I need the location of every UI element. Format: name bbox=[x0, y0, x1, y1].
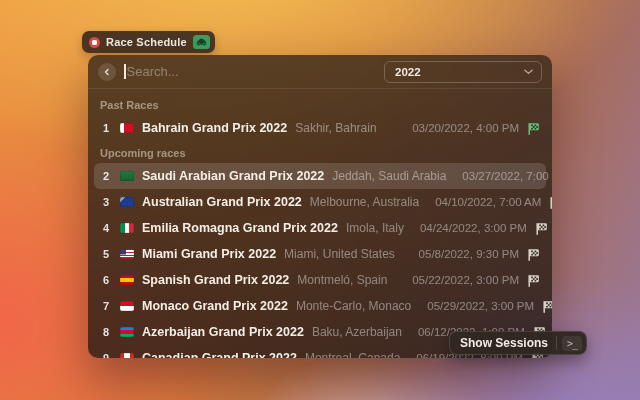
race-title: Spanish Grand Prix 2022 bbox=[142, 273, 289, 287]
back-button[interactable] bbox=[98, 63, 116, 81]
window-title-pill[interactable]: Race Schedule bbox=[82, 31, 215, 53]
race-datetime: 05/29/2022, 3:00 PM bbox=[427, 300, 534, 312]
chevron-left-icon bbox=[103, 68, 111, 76]
checkered-flag-icon bbox=[527, 122, 540, 135]
race-location: Sakhir, Bahrain bbox=[295, 121, 376, 135]
race-title: Saudi Arabian Grand Prix 2022 bbox=[142, 169, 324, 183]
race-datetime: 05/22/2022, 3:00 PM bbox=[412, 274, 519, 286]
race-number: 4 bbox=[100, 222, 112, 234]
race-location: Melbourne, Australia bbox=[310, 195, 419, 209]
race-row[interactable]: 7 Monaco Grand Prix 2022 Monte-Carlo, Mo… bbox=[94, 293, 546, 319]
canada-flag-icon bbox=[120, 353, 134, 358]
race-number: 3 bbox=[100, 196, 112, 208]
shortcut-key: >_ bbox=[562, 336, 582, 351]
race-title: Australian Grand Prix 2022 bbox=[142, 195, 302, 209]
race-location: Jeddah, Saudi Arabia bbox=[332, 169, 446, 183]
race-datetime: 05/8/2022, 9:30 PM bbox=[419, 248, 519, 260]
race-row[interactable]: 1 Bahrain Grand Prix 2022 Sakhir, Bahrai… bbox=[94, 115, 546, 141]
checkered-flag-icon bbox=[535, 222, 548, 235]
tooltip-divider bbox=[556, 336, 557, 350]
race-number: 2 bbox=[100, 170, 112, 182]
checkered-flag-icon bbox=[527, 274, 540, 287]
race-title: Canadian Grand Prix 2022 bbox=[142, 351, 297, 358]
raycast-app-icon bbox=[89, 37, 100, 48]
window-title: Race Schedule bbox=[106, 36, 187, 48]
saudi-arabia-flag-icon bbox=[120, 171, 134, 181]
race-datetime: 03/20/2022, 4:00 PM bbox=[412, 122, 519, 134]
race-row[interactable]: 6 Spanish Grand Prix 2022 Montmeló, Spai… bbox=[94, 267, 546, 293]
year-dropdown-value: 2022 bbox=[395, 66, 421, 78]
chevron-down-icon bbox=[524, 69, 533, 75]
race-location: Baku, Azerbaijan bbox=[312, 325, 402, 339]
race-title: Azerbaijan Grand Prix 2022 bbox=[142, 325, 304, 339]
checkered-flag-icon bbox=[527, 248, 540, 261]
united-states-flag-icon bbox=[120, 249, 134, 259]
race-datetime: 04/10/2022, 7:00 AM bbox=[435, 196, 541, 208]
race-title: Emilia Romagna Grand Prix 2022 bbox=[142, 221, 338, 235]
race-number: 7 bbox=[100, 300, 112, 312]
search-header: 2022 bbox=[88, 55, 552, 89]
race-number: 6 bbox=[100, 274, 112, 286]
spain-flag-icon bbox=[120, 275, 134, 285]
race-location: Montmeló, Spain bbox=[297, 273, 387, 287]
race-schedule-window: 2022 Past Races 1 Bahrain Grand Prix 202… bbox=[88, 55, 552, 358]
race-number: 9 bbox=[100, 352, 112, 358]
section-header: Upcoming races bbox=[94, 143, 546, 163]
car-extension-icon bbox=[193, 35, 210, 49]
desktop-wallpaper: Race Schedule 2022 Past Races 1 bbox=[0, 0, 640, 400]
race-location: Montreal, Canada bbox=[305, 351, 400, 358]
race-row[interactable]: 5 Miami Grand Prix 2022 Miami, United St… bbox=[94, 241, 546, 267]
search-field bbox=[124, 55, 384, 88]
race-row[interactable]: 2 Saudi Arabian Grand Prix 2022 Jeddah, … bbox=[94, 163, 546, 189]
race-location: Miami, United States bbox=[284, 247, 395, 261]
bahrain-flag-icon bbox=[120, 123, 134, 133]
race-datetime: 03/27/2022, 7:00 PM bbox=[462, 170, 552, 182]
monaco-flag-icon bbox=[120, 301, 134, 311]
race-row[interactable]: 3 Australian Grand Prix 2022 Melbourne, … bbox=[94, 189, 546, 215]
race-datetime: 04/24/2022, 3:00 PM bbox=[420, 222, 527, 234]
checkered-flag-icon bbox=[549, 196, 552, 209]
race-location: Monte-Carlo, Monaco bbox=[296, 299, 411, 313]
race-location: Imola, Italy bbox=[346, 221, 404, 235]
show-sessions-label: Show Sessions bbox=[460, 336, 548, 350]
year-dropdown[interactable]: 2022 bbox=[384, 61, 542, 83]
race-title: Bahrain Grand Prix 2022 bbox=[142, 121, 287, 135]
australia-flag-icon bbox=[120, 197, 134, 207]
race-row[interactable]: 4 Emilia Romagna Grand Prix 2022 Imola, … bbox=[94, 215, 546, 241]
race-list: Past Races 1 Bahrain Grand Prix 2022 Sak… bbox=[88, 89, 552, 358]
italy-flag-icon bbox=[120, 223, 134, 233]
checkered-flag-icon bbox=[542, 300, 552, 313]
azerbaijan-flag-icon bbox=[120, 327, 134, 337]
section-header: Past Races bbox=[94, 95, 546, 115]
show-sessions-action[interactable]: Show Sessions >_ bbox=[449, 331, 587, 355]
search-input[interactable] bbox=[126, 64, 385, 79]
race-number: 8 bbox=[100, 326, 112, 338]
race-title: Monaco Grand Prix 2022 bbox=[142, 299, 288, 313]
race-number: 1 bbox=[100, 122, 112, 134]
race-number: 5 bbox=[100, 248, 112, 260]
race-title: Miami Grand Prix 2022 bbox=[142, 247, 276, 261]
